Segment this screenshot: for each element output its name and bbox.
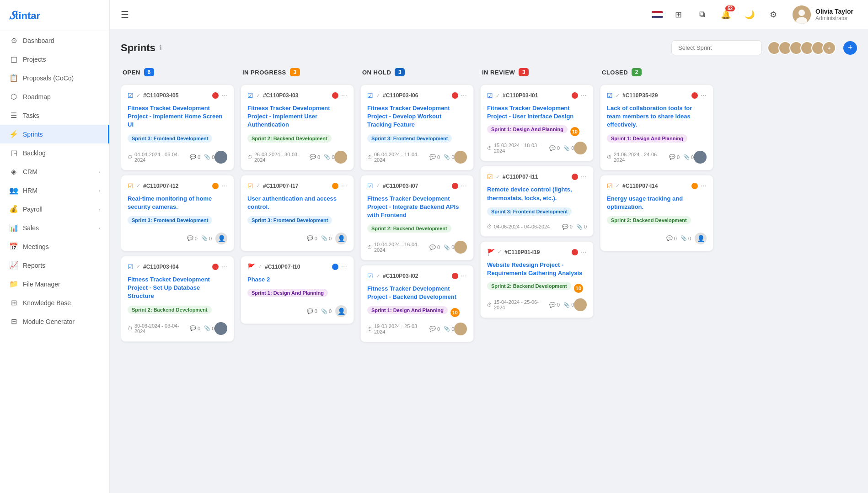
card-more-icon[interactable]: ···: [581, 173, 587, 181]
card-more-icon[interactable]: ···: [581, 248, 587, 256]
card-more-icon[interactable]: ···: [341, 263, 347, 271]
sidebar-item-module-generator[interactable]: ⊟ Module Generator: [0, 312, 109, 331]
sprint-card-7[interactable]: ☑ ✓ #C110P03-I06 ··· Fitness Tracker Dev…: [360, 85, 474, 170]
column-inreview: IN REVIEW 3 ☑ ✓ #C110P03-I01 ··· Fitness…: [480, 64, 594, 347]
sidebar-item-backlog[interactable]: ◳ Backlog: [0, 143, 109, 162]
card-12-title[interactable]: Website Redesign Project - Requirements …: [487, 261, 587, 277]
user-role: Administrator: [815, 15, 853, 21]
sidebar-label-backlog: Backlog: [23, 149, 46, 157]
sprint-card-2[interactable]: ☑ ✓ #C110P07-I12 ··· Real-time monitorin…: [121, 175, 234, 251]
card-more-icon[interactable]: ···: [221, 182, 227, 190]
card-7-tag[interactable]: Sprint 3: Frontend Development: [367, 134, 452, 143]
card-13-title[interactable]: Lack of collaboration tools for team mem…: [607, 104, 707, 129]
expand-icon: ✓: [136, 93, 140, 99]
sidebar-item-roadmap[interactable]: ⬡ Roadmap: [0, 87, 109, 106]
card-6-tag[interactable]: Sprint 1: Design And Planning: [247, 289, 328, 297]
sprint-card-1[interactable]: ☑ ✓ #C110P03-I05 ··· Fitness Tracket Dev…: [121, 85, 234, 170]
theme-toggle[interactable]: 🌙: [741, 6, 758, 23]
filter-avatar-6[interactable]: +: [822, 41, 836, 55]
sidebar-item-dashboard[interactable]: ⊙ Dashboard: [0, 31, 109, 50]
card-more-icon[interactable]: ···: [701, 182, 707, 190]
card-more-icon[interactable]: ···: [341, 91, 347, 100]
card-more-icon[interactable]: ···: [221, 91, 227, 100]
hrm-icon: 👥: [9, 186, 18, 195]
sidebar-item-meetings[interactable]: 📅 Meetings: [0, 237, 109, 256]
priority-icon: [212, 183, 219, 189]
card-11-title[interactable]: Remote device control (lights, thermosta…: [487, 186, 587, 202]
card-9-title[interactable]: Fitness Tracker Development Project - Ba…: [367, 285, 467, 301]
sprint-select-input[interactable]: [671, 40, 762, 55]
card-14-tag[interactable]: Sprint 2: Backend Development: [607, 216, 691, 224]
card-10-title[interactable]: Fitness Tracker Development Project - Us…: [487, 104, 587, 121]
card-7-title[interactable]: Fitness Tracker Development Project - De…: [367, 104, 467, 129]
sprint-card-12[interactable]: 🚩 ✓ #C110P01-I19 ··· Website Redesign Pr…: [480, 241, 594, 318]
priority-icon: [452, 183, 458, 189]
sidebar-item-sprints[interactable]: ⚡ Sprints: [0, 125, 109, 143]
sidebar-label-file-manager: File Manager: [23, 281, 60, 288]
card-3-title[interactable]: Fitness Tracket Development Project - Se…: [128, 276, 227, 301]
hamburger-button[interactable]: ☰: [121, 9, 129, 20]
layout-icon[interactable]: ⧉: [694, 6, 710, 23]
card-5-tag[interactable]: Sprint 3: Frontend Development: [247, 216, 332, 224]
sidebar-item-hrm[interactable]: 👥 HRM ›: [0, 181, 109, 200]
sprint-card-3[interactable]: ☑ ✓ #C110P03-I04 ··· Fitness Tracket Dev…: [121, 256, 234, 342]
sidebar-item-tasks[interactable]: ☰ Tasks: [0, 106, 109, 125]
sprint-card-8[interactable]: ☑ ✓ #C110P03-I07 ··· Fitness Tracker Dev…: [360, 175, 474, 261]
card-3-tag[interactable]: Sprint 2: Backend Development: [128, 306, 212, 314]
card-8-tag[interactable]: Sprint 2: Backend Development: [367, 224, 451, 233]
sidebar-item-sales[interactable]: 📊 Sales ›: [0, 218, 109, 237]
card-4-title[interactable]: Fitness Tracker Development Project - Im…: [247, 104, 347, 129]
user-avatar: [793, 5, 811, 24]
user-profile[interactable]: Olivia Taylor Administrator: [789, 4, 857, 26]
sidebar-item-knowledge-base[interactable]: ⊞ Knowledge Base: [0, 293, 109, 312]
notifications-button[interactable]: 🔔 52: [718, 6, 734, 23]
sprint-card-9[interactable]: ☑ ✓ #C110P03-I02 ··· Fitness Tracker Dev…: [360, 265, 474, 342]
settings-icon[interactable]: ⚙: [765, 6, 782, 23]
sprint-card-5[interactable]: ☑ ✓ #C110P07-I17 ··· User authentication…: [241, 175, 354, 251]
card-more-icon[interactable]: ···: [461, 182, 467, 190]
card-11-tag[interactable]: Sprint 3: Frontend Development: [487, 207, 572, 216]
sales-icon: 📊: [9, 223, 18, 232]
card-10-tag[interactable]: Sprint 1: Design And Planning: [487, 125, 568, 133]
card-10-top: ☑ ✓ #C110P03-I01 ···: [487, 91, 587, 100]
sidebar-item-file-manager[interactable]: 📁 File Manager: [0, 275, 109, 293]
language-flag[interactable]: [652, 11, 663, 18]
card-more-icon[interactable]: ···: [461, 272, 467, 280]
card-13-tag[interactable]: Sprint 1: Design And Planning: [607, 134, 687, 143]
card-2-title[interactable]: Real-time monitoring of home security ca…: [128, 195, 227, 211]
card-12-badge: 10: [574, 284, 583, 293]
expand-icon: ✓: [136, 264, 140, 270]
card-12-tag[interactable]: Sprint 2: Backend Development: [487, 282, 571, 290]
chevron-right-icon: ›: [98, 169, 100, 175]
sprint-card-10[interactable]: ☑ ✓ #C110P03-I01 ··· Fitness Tracker Dev…: [480, 85, 594, 161]
card-14-title[interactable]: Energy usage tracking and optimization.: [607, 195, 707, 211]
sidebar-item-crm[interactable]: ◈ CRM ›: [0, 162, 109, 181]
card-more-icon[interactable]: ···: [581, 91, 587, 100]
add-sprint-button[interactable]: +: [843, 41, 857, 55]
card-more-icon[interactable]: ···: [221, 263, 227, 271]
sprint-card-13[interactable]: ☑ ✓ #C110P35-I29 ··· Lack of collaborati…: [600, 85, 713, 170]
card-9-tag[interactable]: Sprint 1: Design And Planning: [367, 306, 448, 314]
grid-icon[interactable]: ⊞: [670, 6, 686, 23]
card-more-icon[interactable]: ···: [341, 182, 347, 190]
card-1-date: ⏱ 04-04-2024 - 06-04-2024: [128, 152, 190, 163]
card-2-tag[interactable]: Sprint 3: Frontend Development: [128, 216, 212, 224]
card-4-tag[interactable]: Sprint 2: Backend Development: [247, 134, 332, 143]
card-6-title[interactable]: Phase 2: [247, 276, 347, 284]
sprint-card-6[interactable]: 🚩 ✓ #C110P07-I10 ··· Phase 2 Sprint 1: D…: [241, 256, 354, 324]
info-icon[interactable]: ℹ: [159, 43, 162, 52]
sidebar-item-reports[interactable]: 📈 Reports: [0, 256, 109, 275]
sprint-card-11[interactable]: ☑ ✓ #C110P07-I11 ··· Remote device contr…: [480, 166, 594, 236]
sprint-card-4[interactable]: ☑ ✓ #C110P03-I03 ··· Fitness Tracker Dev…: [241, 85, 354, 170]
sidebar-item-proposals[interactable]: 📋 Proposals (CoCo): [0, 69, 109, 87]
sprint-card-14[interactable]: ☑ ✓ #C110P07-I14 ··· Energy usage tracki…: [600, 175, 713, 251]
card-1-title[interactable]: Fitness Tracket Development Project - Im…: [128, 104, 227, 129]
card-1-tag[interactable]: Sprint 3: Frontend Development: [128, 134, 212, 143]
card-8-title[interactable]: Fitness Tracker Development Project - In…: [367, 195, 467, 220]
card-more-icon[interactable]: ···: [701, 91, 707, 100]
reports-icon: 📈: [9, 261, 18, 270]
card-more-icon[interactable]: ···: [461, 91, 467, 100]
sidebar-item-projects[interactable]: ◫ Projects: [0, 50, 109, 69]
card-5-title[interactable]: User authentication and access control.: [247, 195, 347, 211]
sidebar-item-payroll[interactable]: 💰 Payroll ›: [0, 200, 109, 218]
